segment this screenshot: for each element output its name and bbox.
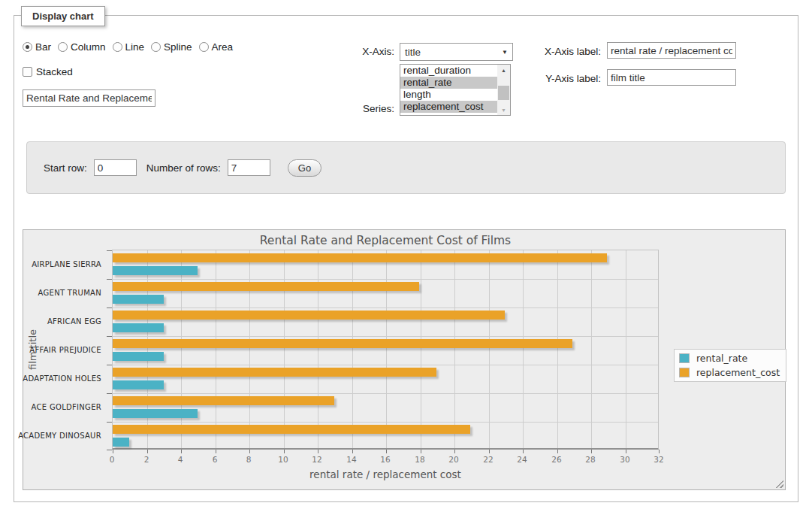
rental_rate-bar	[113, 380, 164, 389]
x-tick-label: 26	[551, 455, 561, 464]
x-tick-label: 2	[144, 455, 149, 464]
y-category-label: AGENT TRUMAN	[23, 278, 101, 307]
replacement_cost-bar	[113, 282, 419, 291]
x-tick-label: 10	[278, 455, 288, 464]
y-axis-labels: AIRPLANE SIERRAAGENT TRUMANAFRICAN EGGAF…	[23, 250, 107, 450]
replacement_cost-bar	[113, 396, 334, 405]
tick-mark	[107, 393, 112, 394]
replacement_cost-bar	[113, 425, 470, 434]
tick-mark	[107, 336, 112, 337]
series-option-replacement_cost[interactable]: replacement_cost	[400, 101, 497, 113]
x-tick-label: 18	[415, 455, 424, 464]
chart-container: Rental Rate and Replacement Cost of Film…	[23, 229, 786, 490]
stacked-checkbox[interactable]: Stacked	[23, 66, 73, 77]
radio-icon[interactable]	[58, 42, 68, 52]
chart-type-radio-spline[interactable]: Spline	[151, 41, 192, 53]
checkbox-icon[interactable]	[23, 67, 32, 77]
x-tick-label: 30	[620, 455, 629, 464]
x-tick-label: 22	[483, 455, 493, 464]
chart-type-radio-bar[interactable]: Bar	[23, 41, 51, 53]
series-option-rental_rate[interactable]: rental_rate	[400, 77, 497, 89]
replacement_cost-bar	[113, 368, 436, 377]
chart-type-label: Bar	[35, 41, 51, 53]
chart-type-radio-group: BarColumnLineSplineArea	[23, 41, 233, 53]
chart-title-input[interactable]	[23, 89, 155, 107]
tick-mark	[659, 450, 660, 453]
series-option-rental_duration[interactable]: rental_duration	[400, 65, 497, 77]
radio-icon[interactable]	[113, 42, 122, 52]
bar-group	[113, 279, 658, 308]
row-controls-panel: Start row: Number of rows: Go	[26, 141, 786, 194]
chart-type-label: Area	[212, 41, 234, 53]
x-tick-label: 24	[517, 455, 527, 464]
x-axis-title: rental rate / replacement cost	[112, 468, 659, 480]
scrollbar-thumb[interactable]	[498, 86, 509, 100]
rental_rate-bar	[113, 352, 164, 361]
legend-label: replacement_cost	[696, 367, 780, 378]
rental_rate-bar	[113, 266, 198, 275]
tick-mark	[107, 279, 112, 280]
x-tick-label: 0	[110, 455, 115, 464]
x-axis-label-input[interactable]	[607, 42, 736, 59]
num-rows-input[interactable]	[228, 159, 270, 176]
legend-label: rental_rate	[696, 353, 747, 364]
chart-title: Rental Rate and Replacement Cost of Film…	[112, 234, 659, 247]
x-axis-label-label: X-Axis label:	[533, 46, 601, 57]
x-axis-select[interactable]: title ▼	[400, 43, 513, 61]
tick-mark	[107, 450, 112, 450]
x-tick-label: 12	[312, 455, 321, 464]
x-tick-label: 16	[380, 455, 390, 464]
x-axis-select-label: X-Axis:	[340, 46, 394, 57]
plot-area	[112, 250, 659, 450]
y-category-label: AFFAIR PREJUDICE	[23, 335, 101, 364]
start-row-input[interactable]	[94, 159, 137, 176]
x-tick-label: 8	[246, 455, 252, 464]
bar-group	[113, 422, 658, 450]
chart-type-radio-line[interactable]: Line	[113, 41, 145, 53]
bar-group	[113, 250, 658, 279]
chart-type-radio-area[interactable]: Area	[199, 41, 234, 53]
radio-icon[interactable]	[151, 42, 161, 52]
y-axis-label-label: Y-Axis label:	[533, 73, 601, 84]
x-tick-label: 14	[346, 455, 356, 464]
go-button[interactable]: Go	[288, 159, 321, 177]
legend-item: rental_rate	[679, 353, 780, 364]
bar-group	[113, 393, 658, 422]
series-scrollbar[interactable]: ▲ ▼	[497, 65, 510, 115]
legend-item: replacement_cost	[679, 367, 780, 378]
series-select-label: Series:	[340, 103, 394, 114]
stacked-label: Stacked	[36, 66, 73, 77]
dropdown-arrow-icon: ▼	[502, 49, 508, 56]
y-category-label: ACE GOLDFINGER	[23, 392, 101, 421]
legend-swatch	[679, 368, 690, 377]
series-option-length[interactable]: length	[400, 89, 497, 101]
resize-grip-icon[interactable]	[775, 480, 783, 488]
x-tick-label: 6	[213, 455, 218, 464]
radio-icon[interactable]	[199, 42, 209, 52]
tick-mark	[107, 365, 112, 365]
replacement_cost-bar	[113, 311, 505, 320]
y-axis-label-input[interactable]	[607, 69, 736, 86]
series-listbox[interactable]: rental_durationrental_ratelengthreplacem…	[400, 64, 511, 116]
scroll-down-icon[interactable]: ▼	[497, 105, 510, 115]
x-tick-label: 4	[178, 455, 183, 464]
chart-type-label: Column	[71, 41, 106, 53]
x-tick-label: 20	[448, 455, 458, 464]
chart-type-radio-column[interactable]: Column	[58, 41, 106, 53]
bar-group	[113, 336, 658, 365]
x-axis-selected-value: title	[405, 47, 421, 58]
scroll-up-icon[interactable]: ▲	[497, 65, 510, 75]
replacement_cost-bar	[113, 339, 572, 348]
bar-group	[113, 308, 658, 336]
radio-icon[interactable]	[23, 42, 32, 52]
chart-type-label: Spline	[164, 41, 192, 53]
y-category-label: AIRPLANE SIERRA	[23, 250, 101, 278]
y-category-label: AFRICAN EGG	[23, 307, 101, 335]
x-tick-label: 32	[654, 455, 663, 464]
chart-legend: rental_ratereplacement_cost	[674, 349, 786, 382]
x-axis-ticks: 02468101214161820222426283032	[112, 455, 659, 465]
rental_rate-bar	[113, 409, 198, 418]
tick-mark	[107, 250, 112, 251]
tick-mark	[107, 308, 112, 308]
rental_rate-bar	[113, 438, 129, 447]
